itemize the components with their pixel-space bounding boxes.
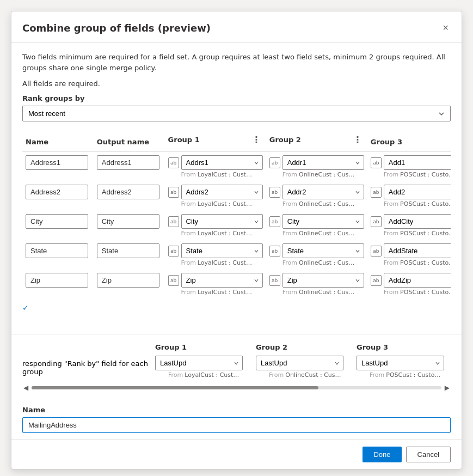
name-field-label: Name [22, 406, 451, 414]
scrollbar-track[interactable] [32, 386, 441, 389]
group3-select-4[interactable]: AddZip [384, 273, 451, 288]
bottom-group2-section: Group 2 LastUpd FromOnlineCust : Custome… [249, 343, 350, 379]
group1-select-4[interactable]: Zip [181, 273, 263, 288]
bottom-group2-label: Group 2 [253, 343, 347, 356]
output-field-1[interactable] [97, 185, 159, 199]
group3-cell-1: ab Add2 FromPOSCust : Custo... [371, 185, 451, 208]
group3-from-1: FromPOSCust : Custo... [371, 200, 451, 208]
description-text: Two fields minimum are required for a fi… [22, 52, 451, 73]
bottom-group3-label: Group 3 [353, 343, 447, 356]
name-field-3[interactable] [26, 243, 88, 258]
group2-from-1: FromOnlineCust : Customer... [269, 200, 357, 208]
bottom-group3-select[interactable]: LastUpd [357, 356, 444, 370]
group3-from-3: FromPOSCust : Custo... [371, 259, 451, 266]
bottom-group1-label: Group 1 [152, 343, 246, 356]
name-field-4[interactable] [26, 273, 88, 288]
group2-icon-2[interactable]: ab [269, 216, 280, 227]
close-button[interactable]: × [440, 20, 451, 36]
group1-icon-2[interactable]: ab [168, 216, 179, 227]
dialog: Combine group of fields (preview) × Two … [11, 11, 462, 469]
table-row: ab State FromLoyalCust : CustomerD... ab [22, 240, 451, 270]
group3-select-0[interactable]: Add1 [384, 155, 451, 170]
dialog-footer: Done Cancel [11, 440, 462, 469]
output-field-4[interactable] [97, 273, 159, 288]
dialog-title: Combine group of fields (preview) [22, 22, 211, 34]
bottom-rank-section: responding "Rank by" field for each grou… [11, 343, 462, 406]
checkmark-area: ✓ [22, 299, 451, 316]
bottom-group1-from: FromLoyalCust : CustomerData [155, 371, 242, 379]
group2-icon-3[interactable]: ab [269, 246, 280, 257]
group2-cell-4: ab Zip FromOnlineCust : Customer... [269, 273, 364, 296]
group2-from-4: FromOnlineCust : Customer... [269, 289, 357, 296]
name-field-2[interactable] [26, 214, 88, 229]
group2-select-1[interactable]: Addr2 [282, 185, 364, 199]
group3-icon-2[interactable]: ab [371, 216, 382, 227]
group1-icon-0[interactable]: ab [168, 157, 179, 168]
group1-from-3: FromLoyalCust : CustomerD... [168, 259, 255, 266]
group3-select-1[interactable]: Add2 [384, 185, 451, 199]
name-input[interactable] [22, 417, 451, 433]
checkmark-icon: ✓ [22, 303, 29, 312]
group1-icon-4[interactable]: ab [168, 275, 179, 286]
group1-icon-1[interactable]: ab [168, 187, 179, 198]
col-header-group3: Group 3 [367, 130, 451, 152]
group2-icon-0[interactable]: ab [269, 157, 280, 168]
group2-cell-1: ab Addr2 FromOnlineCust : Customer... [269, 185, 364, 208]
group2-from-3: FromOnlineCust : Customer... [269, 259, 357, 266]
bottom-group2-select[interactable]: LastUpd [256, 356, 343, 370]
dialog-body: Two fields minimum are required for a fi… [11, 43, 462, 325]
group1-select-3[interactable]: State [181, 243, 263, 258]
group1-cell-4: ab Zip FromLoyalCust : CustomerD... [168, 273, 263, 296]
scroll-right-icon[interactable]: ▶ [444, 383, 451, 393]
group2-select-0[interactable]: Addr1 [282, 155, 364, 170]
bottom-group1-cell: LastUpd FromLoyalCust : CustomerData [152, 356, 246, 379]
table-row: ab Addrs1 FromLoyalCust : CustomerD... a… [22, 152, 451, 181]
group1-cell-1: ab Addrs2 FromLoyalCust : CustomerD... [168, 185, 263, 208]
group2-icon-1[interactable]: ab [269, 187, 280, 198]
group1-select-0[interactable]: Addrs1 [181, 155, 263, 170]
group3-from-4: FromPOSCust : Custo... [371, 289, 451, 296]
group1-from-1: FromLoyalCust : CustomerD... [168, 200, 255, 208]
group3-select-2[interactable]: AddCity [384, 214, 451, 229]
rank-select[interactable]: Most recent [22, 106, 451, 121]
group3-icon-1[interactable]: ab [371, 187, 382, 198]
group1-from-2: FromLoyalCust : CustomerD... [168, 230, 255, 237]
scroll-left-icon[interactable]: ◀ [22, 383, 29, 393]
rank-field-label: responding "Rank by" field for each grou… [22, 359, 148, 376]
table-row: ab City FromLoyalCust : CustomerD... ab [22, 211, 451, 240]
table-row: ab Addrs2 FromLoyalCust : CustomerD... a… [22, 181, 451, 211]
output-field-2[interactable] [97, 214, 159, 229]
group2-select-2[interactable]: City [282, 214, 364, 229]
group1-menu-icon[interactable]: ⋮ [250, 133, 263, 146]
group3-select-3[interactable]: AddState [384, 243, 451, 258]
fields-table: Name Output name Group 1 ⋮ Group 2 ⋮ [22, 130, 451, 299]
group2-icon-4[interactable]: ab [269, 275, 280, 286]
group3-cell-2: ab AddCity FromPOSCust : Custo... [371, 214, 451, 237]
group2-cell-2: ab City FromOnlineCust : Customer... [269, 214, 364, 237]
col-header-group2: Group 2 ⋮ [266, 130, 367, 152]
group2-select-4[interactable]: Zip [282, 273, 364, 288]
group1-select-2[interactable]: City [181, 214, 263, 229]
group2-menu-icon[interactable]: ⋮ [351, 133, 364, 146]
group1-icon-3[interactable]: ab [168, 246, 179, 257]
group3-icon-4[interactable]: ab [371, 275, 382, 286]
group2-from-2: FromOnlineCust : Customer... [269, 230, 357, 237]
name-field-0[interactable] [26, 155, 88, 170]
table-row: ab Zip FromLoyalCust : CustomerD... ab [22, 270, 451, 299]
group3-icon-0[interactable]: ab [371, 157, 382, 168]
group2-select-3[interactable]: State [282, 243, 364, 258]
output-field-0[interactable] [97, 155, 159, 170]
group1-select-1[interactable]: Addrs2 [181, 185, 263, 199]
group1-cell-2: ab City FromLoyalCust : CustomerD... [168, 214, 263, 237]
rank-label: Rank groups by [22, 94, 451, 102]
group3-icon-3[interactable]: ab [371, 246, 382, 257]
group3-cell-3: ab AddState FromPOSCust : Custo... [371, 243, 451, 266]
scrollbar-thumb [32, 386, 318, 389]
name-field-1[interactable] [26, 185, 88, 199]
done-button[interactable]: Done [363, 447, 401, 462]
cancel-button[interactable]: Cancel [406, 447, 451, 462]
rank-field-label-cell: responding "Rank by" field for each grou… [22, 343, 149, 376]
bottom-group1-select[interactable]: LastUpd [155, 356, 243, 370]
output-field-3[interactable] [97, 243, 159, 258]
close-icon: × [443, 22, 449, 34]
